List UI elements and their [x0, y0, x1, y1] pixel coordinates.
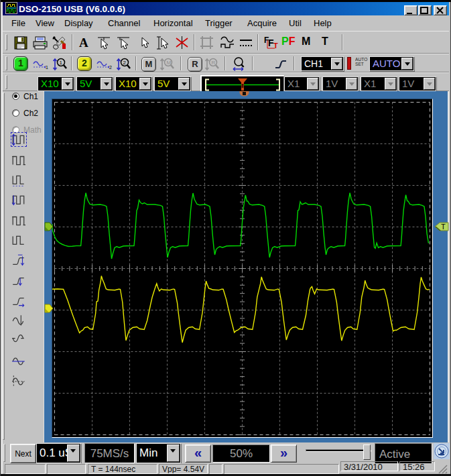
- svg-text:1: 1: [60, 60, 63, 66]
- svg-text:M: M: [167, 60, 172, 66]
- svg-text:R: R: [212, 60, 216, 66]
- svg-text:T: T: [441, 223, 446, 231]
- svg-text:2: 2: [109, 65, 112, 70]
- svg-text:2: 2: [123, 60, 127, 66]
- svg-text:1: 1: [46, 65, 48, 70]
